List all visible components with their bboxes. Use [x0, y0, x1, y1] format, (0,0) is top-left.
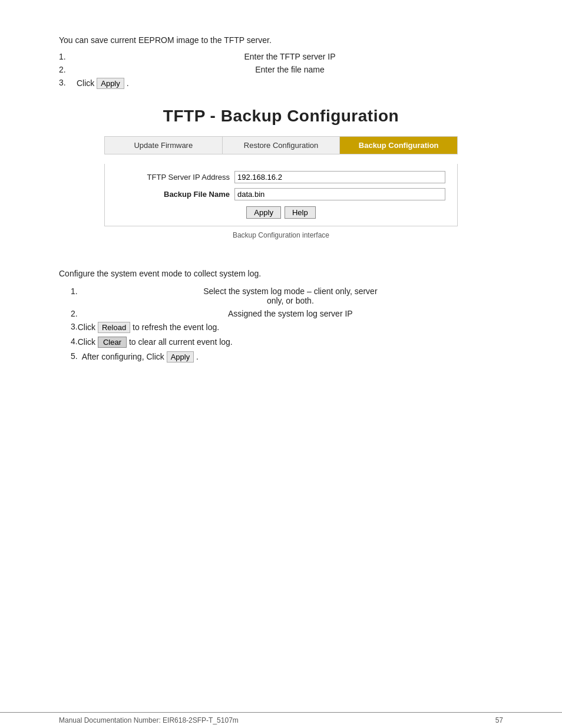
section2-step-5: 5. After configuring, Click Apply .: [59, 351, 503, 363]
step-num-1: 1.: [59, 52, 77, 61]
tab-bar: Update Firmware Restore Configuration Ba…: [104, 136, 458, 154]
form-actions: Apply Help: [117, 206, 445, 219]
page-title: TFTP - Backup Configuration: [59, 107, 503, 126]
form-caption: Backup Configuration interface: [104, 231, 458, 239]
section2-step4-text: Click Clear to clear all current event l…: [78, 337, 503, 348]
step-3: 3. Click Apply .: [59, 78, 503, 89]
tab-update-firmware[interactable]: Update Firmware: [105, 137, 223, 154]
page-footer: Manual Documentation Number: EIR618-2SFP…: [0, 712, 562, 728]
form-row-filename: Backup File Name: [117, 188, 445, 200]
clear-button[interactable]: Clear: [98, 337, 127, 348]
reload-button[interactable]: Reload: [98, 322, 130, 333]
footer-manual: Manual Documentation Number: EIR618-2SFP…: [59, 716, 239, 724]
section1-intro: You can save current EEPROM image to the…: [59, 35, 503, 45]
step2-text: Enter the file name: [77, 65, 503, 74]
label-backup-filename: Backup File Name: [117, 190, 234, 199]
section2-step-3: 3. Click Reload to refresh the event log…: [59, 322, 503, 333]
step-1: 1. Enter the TFTP server IP: [59, 52, 503, 61]
section2-step-1: 1. Select the system log mode – client o…: [59, 286, 503, 305]
step-2: 2. Enter the file name: [59, 65, 503, 74]
input-tftp-ip[interactable]: [234, 171, 445, 183]
section1-steps: 1. Enter the TFTP server IP 2. Enter the…: [59, 52, 503, 89]
step-num-2: 2.: [59, 65, 77, 74]
section2-step5-text: After configuring, Click Apply .: [78, 351, 503, 363]
input-backup-filename[interactable]: [234, 188, 445, 200]
footer-page: 57: [495, 716, 503, 724]
tab-backup-configuration[interactable]: Backup Configuration: [340, 137, 457, 154]
section2-step1-text: Select the system log mode – client only…: [78, 286, 503, 305]
step1-text: Enter the TFTP server IP: [77, 52, 503, 61]
section2-step-num-2: 2.: [59, 309, 78, 318]
section2-step3-text: Click Reload to refresh the event log.: [78, 322, 503, 333]
tab-restore-configuration[interactable]: Restore Configuration: [223, 137, 340, 154]
step-num-3: 3.: [59, 78, 77, 87]
apply-button-form[interactable]: Apply: [246, 206, 281, 219]
step3-text: Click Apply .: [77, 78, 503, 89]
section2-intro: Configure the system event mode to colle…: [59, 269, 503, 278]
form-row-ip: TFTP Server IP Address: [117, 171, 445, 183]
section2-step-num-1: 1.: [59, 286, 78, 296]
section-system-log: Configure the system event mode to colle…: [59, 269, 503, 363]
section2-step-2: 2. Assigned the system log server IP: [59, 309, 503, 318]
label-tftp-ip: TFTP Server IP Address: [117, 173, 234, 182]
section-backup-config: You can save current EEPROM image to the…: [59, 35, 503, 89]
apply-button-section2[interactable]: Apply: [167, 351, 194, 363]
section2-step2-text: Assigned the system log server IP: [78, 309, 503, 318]
section2-steps: 1. Select the system log mode – client o…: [59, 286, 503, 363]
help-button-form[interactable]: Help: [285, 206, 316, 219]
section2-step-num-3: 3.: [59, 322, 78, 331]
apply-button-step3[interactable]: Apply: [97, 78, 124, 89]
section2-step-num-4: 4.: [59, 337, 78, 346]
section2-step-4: 4. Click Clear to clear all current even…: [59, 337, 503, 348]
section2-step-num-5: 5.: [59, 351, 78, 361]
backup-config-form: TFTP Server IP Address Backup File Name …: [104, 164, 458, 226]
